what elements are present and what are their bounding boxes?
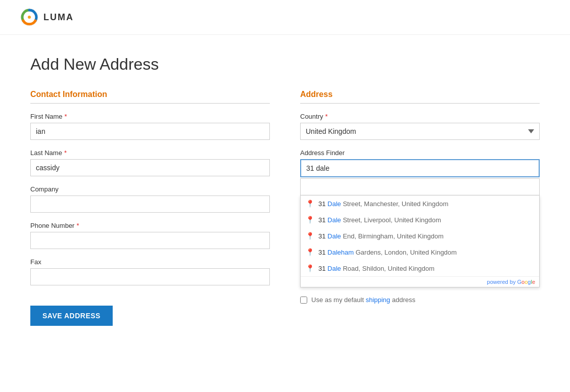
phone-required: * <box>76 222 79 229</box>
first-name-label: First Name* <box>30 113 270 120</box>
country-label: Country* <box>300 113 540 120</box>
last-name-required: * <box>64 149 67 157</box>
address-section: Address Country* United Kingdom United S… <box>300 90 540 326</box>
address-finder-label: Address Finder <box>300 149 540 157</box>
autocomplete-item[interactable]: 📍 31 Daleham Gardens, London, United Kin… <box>301 244 539 260</box>
autocomplete-item[interactable]: 📍 31 Dale End, Birmingham, United Kingdo… <box>301 228 539 244</box>
phone-group: Phone Number* <box>30 222 270 249</box>
pin-icon: 📍 <box>306 200 314 208</box>
address-finder-wrapper: 📍 31 Dale Street, Manchester, United Kin… <box>300 159 540 195</box>
logo-text: LUMA <box>43 12 74 23</box>
autocomplete-item[interactable]: 📍 31 Dale Street, Manchester, United Kin… <box>301 195 539 212</box>
fax-group: Fax <box>30 258 270 285</box>
last-name-label: Last Name* <box>30 149 270 157</box>
country-select[interactable]: United Kingdom United States France Germ… <box>300 123 540 140</box>
item-text: 31 Daleham Gardens, London, United Kingd… <box>318 249 457 256</box>
save-address-button[interactable]: Save Address <box>30 306 113 326</box>
address-finder-input[interactable] <box>300 159 540 177</box>
shipping-checkbox-group: Use as my default shipping address <box>300 296 540 304</box>
item-text: 31 Dale Street, Liverpool, United Kingdo… <box>318 216 441 224</box>
site-header: LUMA <box>0 0 570 35</box>
first-name-required: * <box>65 113 67 120</box>
pin-icon: 📍 <box>306 264 314 272</box>
page-title: Add New Address <box>30 55 540 74</box>
svg-point-1 <box>28 16 31 19</box>
address-section-title: Address <box>300 90 540 104</box>
phone-input[interactable] <box>30 232 270 249</box>
item-text: 31 Dale Road, Shildon, United Kingdom <box>318 265 435 272</box>
country-group: Country* United Kingdom United States Fr… <box>300 113 540 140</box>
last-name-group: Last Name* <box>30 149 270 176</box>
pin-icon: 📍 <box>306 216 314 224</box>
page-content: Add New Address Contact Information Firs… <box>0 35 570 346</box>
fax-input[interactable] <box>30 268 270 285</box>
item-text: 31 Dale End, Birmingham, United Kingdom <box>318 232 444 240</box>
item-text: 31 Dale Street, Manchester, United Kingd… <box>318 200 448 208</box>
street-address-input[interactable] <box>300 178 540 195</box>
company-label: Company <box>30 185 270 193</box>
first-name-input[interactable] <box>30 123 270 140</box>
phone-label: Phone Number* <box>30 222 270 229</box>
pin-icon: 📍 <box>306 232 314 240</box>
powered-by-google: powered by Google <box>301 276 539 287</box>
last-name-input[interactable] <box>30 159 270 176</box>
autocomplete-item[interactable]: 📍 31 Dale Road, Shildon, United Kingdom <box>301 260 539 276</box>
address-finder-group: Address Finder 📍 31 Dale Street, Manches… <box>300 149 540 195</box>
form-layout: Contact Information First Name* Last Nam… <box>30 90 540 326</box>
contact-section: Contact Information First Name* Last Nam… <box>30 90 270 326</box>
country-required: * <box>325 113 328 120</box>
company-input[interactable] <box>30 195 270 213</box>
fax-label: Fax <box>30 258 270 266</box>
contact-section-title: Contact Information <box>30 90 270 104</box>
shipping-checkbox-label: Use as my default shipping address <box>311 296 415 304</box>
pin-icon: 📍 <box>306 248 314 256</box>
logo-icon <box>20 8 38 26</box>
autocomplete-dropdown: 📍 31 Dale Street, Manchester, United Kin… <box>300 195 540 287</box>
autocomplete-item[interactable]: 📍 31 Dale Street, Liverpool, United King… <box>301 212 539 228</box>
shipping-checkbox[interactable] <box>300 297 307 304</box>
company-group: Company <box>30 185 270 213</box>
first-name-group: First Name* <box>30 113 270 140</box>
